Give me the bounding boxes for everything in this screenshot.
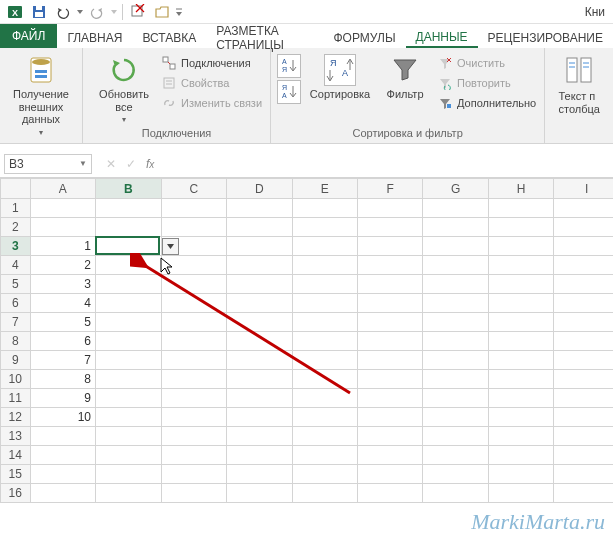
row-header[interactable]: 9 bbox=[1, 351, 31, 370]
cell[interactable] bbox=[96, 427, 161, 446]
cell[interactable] bbox=[488, 256, 553, 275]
sort-desc-button[interactable]: ЯA bbox=[277, 80, 301, 104]
tab-insert[interactable]: ВСТАВКА bbox=[132, 24, 206, 48]
cell[interactable] bbox=[96, 389, 161, 408]
cell[interactable] bbox=[292, 465, 357, 484]
cell[interactable] bbox=[227, 427, 292, 446]
cell[interactable] bbox=[30, 218, 95, 237]
cell[interactable] bbox=[357, 427, 422, 446]
cell[interactable] bbox=[423, 465, 488, 484]
cell[interactable] bbox=[227, 256, 292, 275]
cell[interactable] bbox=[96, 446, 161, 465]
tab-page-layout[interactable]: РАЗМЕТКА СТРАНИЦЫ bbox=[206, 24, 323, 48]
sort-button[interactable]: ЯA Сортировка bbox=[305, 52, 375, 100]
row-header[interactable]: 4 bbox=[1, 256, 31, 275]
cell[interactable] bbox=[423, 275, 488, 294]
cell[interactable] bbox=[423, 199, 488, 218]
cell[interactable] bbox=[292, 275, 357, 294]
qat-customize-icon[interactable] bbox=[175, 8, 183, 16]
cell[interactable] bbox=[227, 237, 292, 256]
cell[interactable] bbox=[488, 275, 553, 294]
cell[interactable] bbox=[292, 370, 357, 389]
column-header[interactable]: G bbox=[423, 179, 488, 199]
row-header[interactable]: 12 bbox=[1, 408, 31, 427]
cell[interactable] bbox=[227, 446, 292, 465]
properties-button[interactable]: Свойства bbox=[159, 74, 264, 92]
cell[interactable] bbox=[96, 484, 161, 503]
column-header[interactable]: D bbox=[227, 179, 292, 199]
cell[interactable] bbox=[357, 465, 422, 484]
cell[interactable] bbox=[227, 389, 292, 408]
cancel-formula-icon[interactable]: ✕ bbox=[106, 157, 116, 171]
cell[interactable] bbox=[30, 427, 95, 446]
cell[interactable] bbox=[554, 237, 613, 256]
cell[interactable] bbox=[161, 427, 226, 446]
cell[interactable]: 9 bbox=[30, 389, 95, 408]
cell[interactable] bbox=[161, 408, 226, 427]
row-header[interactable]: 14 bbox=[1, 446, 31, 465]
cell[interactable] bbox=[357, 351, 422, 370]
enter-formula-icon[interactable]: ✓ bbox=[126, 157, 136, 171]
cell[interactable] bbox=[292, 294, 357, 313]
row-header[interactable]: 6 bbox=[1, 294, 31, 313]
cell[interactable] bbox=[96, 256, 161, 275]
cell[interactable] bbox=[554, 408, 613, 427]
cell[interactable] bbox=[161, 275, 226, 294]
advanced-filter-button[interactable]: Дополнительно bbox=[435, 94, 538, 112]
cell[interactable] bbox=[161, 446, 226, 465]
cell[interactable]: 2 bbox=[30, 256, 95, 275]
cell[interactable] bbox=[292, 218, 357, 237]
cell[interactable] bbox=[161, 484, 226, 503]
cell[interactable] bbox=[161, 389, 226, 408]
cell[interactable] bbox=[554, 484, 613, 503]
cell[interactable] bbox=[423, 408, 488, 427]
cell[interactable] bbox=[96, 351, 161, 370]
cell[interactable] bbox=[423, 294, 488, 313]
row-header[interactable]: 2 bbox=[1, 218, 31, 237]
cell[interactable] bbox=[357, 408, 422, 427]
cell[interactable] bbox=[554, 446, 613, 465]
touch-mode-icon[interactable] bbox=[127, 2, 149, 22]
tab-review[interactable]: РЕЦЕНЗИРОВАНИЕ bbox=[478, 24, 613, 48]
cell[interactable]: 1 bbox=[30, 237, 95, 256]
redo-icon[interactable] bbox=[86, 2, 108, 22]
tab-formulas[interactable]: ФОРМУЛЫ bbox=[323, 24, 405, 48]
cell[interactable] bbox=[227, 408, 292, 427]
cell[interactable] bbox=[488, 446, 553, 465]
cell[interactable] bbox=[423, 256, 488, 275]
column-header[interactable]: B bbox=[96, 179, 161, 199]
row-header[interactable]: 5 bbox=[1, 275, 31, 294]
cell[interactable] bbox=[161, 351, 226, 370]
cell[interactable] bbox=[488, 484, 553, 503]
row-header[interactable]: 10 bbox=[1, 370, 31, 389]
cell[interactable] bbox=[227, 370, 292, 389]
cell[interactable]: 6 bbox=[30, 332, 95, 351]
cell[interactable] bbox=[227, 484, 292, 503]
cell[interactable] bbox=[488, 427, 553, 446]
cell[interactable] bbox=[488, 237, 553, 256]
row-header[interactable]: 13 bbox=[1, 427, 31, 446]
cell[interactable]: 7 bbox=[30, 351, 95, 370]
cell[interactable] bbox=[96, 237, 161, 256]
cell[interactable] bbox=[357, 237, 422, 256]
text-to-columns-button[interactable]: Текст п столбца bbox=[551, 52, 607, 115]
redo-dropdown-icon[interactable] bbox=[110, 10, 118, 14]
cell[interactable] bbox=[488, 408, 553, 427]
cell[interactable] bbox=[161, 313, 226, 332]
cell[interactable] bbox=[161, 294, 226, 313]
cell[interactable] bbox=[30, 484, 95, 503]
cell[interactable] bbox=[96, 332, 161, 351]
column-header[interactable]: I bbox=[554, 179, 613, 199]
cell[interactable] bbox=[292, 332, 357, 351]
row-header[interactable]: 1 bbox=[1, 199, 31, 218]
cell[interactable] bbox=[292, 389, 357, 408]
cell[interactable] bbox=[357, 294, 422, 313]
edit-links-button[interactable]: Изменить связи bbox=[159, 94, 264, 112]
cell[interactable] bbox=[357, 332, 422, 351]
cell[interactable] bbox=[357, 370, 422, 389]
cell[interactable] bbox=[423, 370, 488, 389]
cell[interactable] bbox=[488, 218, 553, 237]
name-box[interactable]: B3 ▼ bbox=[4, 154, 92, 174]
cell[interactable] bbox=[227, 199, 292, 218]
cell[interactable] bbox=[423, 332, 488, 351]
